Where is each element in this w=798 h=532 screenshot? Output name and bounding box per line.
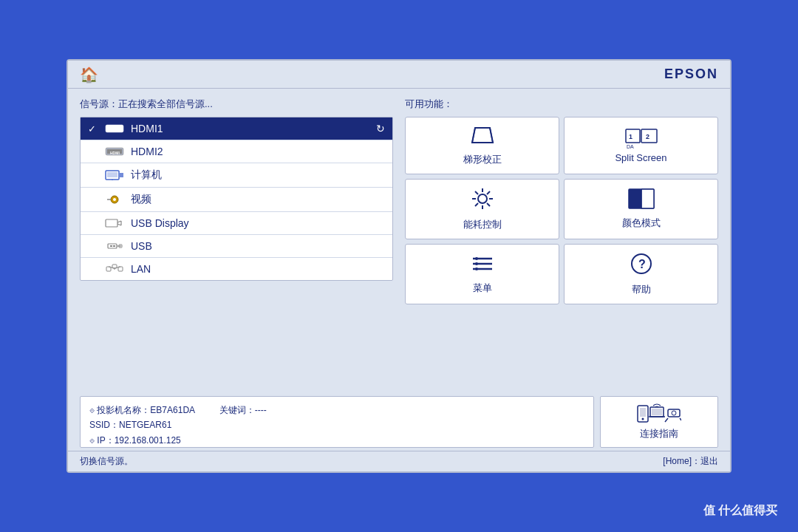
ssid-row: SSID：NETGEAR61 <box>89 417 584 432</box>
power-control-btn[interactable]: 能耗控制 <box>405 179 559 239</box>
projector-name-value: EB7A61DA <box>150 405 194 415</box>
usb-display-icon <box>104 218 125 228</box>
svg-point-38 <box>478 194 487 203</box>
color-mode-btn[interactable]: 颜色模式 <box>564 179 718 239</box>
help-label: 帮助 <box>632 283 651 296</box>
color-mode-icon <box>628 188 655 214</box>
svg-rect-33 <box>626 129 640 143</box>
signal-item-lan[interactable]: LAN <box>81 258 392 280</box>
brand-logo: EPSON <box>664 66 718 82</box>
trapezoid-label: 梯形校正 <box>463 153 502 166</box>
svg-text:HDMI: HDMI <box>110 128 120 132</box>
svg-rect-21 <box>113 245 115 247</box>
hdmi1-label: HDMI1 <box>131 123 370 134</box>
svg-point-55 <box>475 257 478 260</box>
svg-line-43 <box>475 191 478 194</box>
svg-point-62 <box>642 418 644 420</box>
help-icon: ? <box>630 252 653 280</box>
svg-text:1: 1 <box>629 133 632 140</box>
svg-line-45 <box>487 191 490 194</box>
svg-line-44 <box>487 203 490 206</box>
svg-line-68 <box>665 418 668 422</box>
menu-btn[interactable]: 菜单 <box>405 244 559 304</box>
status-right-text: [Home]：退出 <box>663 455 718 468</box>
home-icon[interactable]: 🏠 <box>80 66 98 83</box>
signal-item-usb[interactable]: USB <box>81 235 392 258</box>
status-bar: 切换信号源。 [Home]：退出 <box>68 451 730 471</box>
svg-rect-49 <box>641 189 654 208</box>
features-title: 可用功能： <box>405 98 718 111</box>
svg-rect-7 <box>107 172 117 177</box>
connect-guide-btn[interactable]: 连接指南 <box>600 396 718 448</box>
header: 🏠 EPSON <box>68 61 730 89</box>
projector-name-row: ⟐ 投影机名称：EB7A61DA 关键词：---- <box>89 403 584 417</box>
ssid-value: NETGEAR61 <box>119 420 171 430</box>
signal-source-title: 信号源：正在搜索全部信号源... <box>80 98 393 111</box>
svg-point-67 <box>672 411 676 415</box>
signal-item-usb-display[interactable]: USB Display <box>81 212 392 235</box>
connect-icons <box>637 403 681 424</box>
sun-icon <box>471 187 494 215</box>
ip-label: ⟐ IP： <box>89 435 115 446</box>
computer-icon <box>104 170 125 180</box>
projector-name-label: ⟐ 投影机名称： <box>89 405 150 415</box>
lan-icon <box>104 264 125 274</box>
keyword-value: ---- <box>255 405 267 415</box>
svg-line-32 <box>490 128 493 143</box>
svg-point-57 <box>475 267 478 270</box>
main-content: 信号源：正在搜索全部信号源... ✓ HDMI HDMI1 ↻ <box>68 89 730 366</box>
hdmi2-label: HDMI2 <box>131 146 385 157</box>
svg-rect-15 <box>106 219 117 227</box>
svg-line-16 <box>117 221 121 222</box>
svg-text:DA: DA <box>627 144 634 149</box>
features-grid: 梯形校正 1 2 DA Split Screen <box>405 117 718 304</box>
usb-label: USB <box>131 240 385 252</box>
menu-label: 菜单 <box>473 282 492 295</box>
svg-line-31 <box>472 128 475 143</box>
svg-point-56 <box>475 262 478 265</box>
svg-text:HDMI: HDMI <box>110 151 120 155</box>
computer-label: 计算机 <box>131 168 385 182</box>
usb-display-label: USB Display <box>131 217 385 229</box>
hdmi1-icon: HDMI <box>104 123 125 134</box>
watermark: 值 什么值得买 <box>703 503 777 519</box>
video-label: 视频 <box>131 193 385 206</box>
svg-line-27 <box>109 267 115 268</box>
video-icon <box>104 194 125 205</box>
ip-value: 192.168.001.125 <box>115 435 181 446</box>
signal-item-computer[interactable]: 计算机 <box>81 163 392 188</box>
trapezoid-btn[interactable]: 梯形校正 <box>405 117 559 174</box>
svg-line-46 <box>475 203 478 206</box>
svg-line-69 <box>680 418 681 422</box>
projector-ui: 🏠 EPSON 信号源：正在搜索全部信号源... ✓ HDMI <box>66 59 732 473</box>
svg-text:?: ? <box>638 258 646 270</box>
svg-text:2: 2 <box>646 133 649 140</box>
menu-icon <box>470 253 495 279</box>
lan-label: LAN <box>131 263 385 275</box>
signal-list: ✓ HDMI HDMI1 ↻ <box>80 117 393 281</box>
svg-rect-61 <box>640 408 646 417</box>
signal-item-video[interactable]: 视频 <box>81 188 392 212</box>
right-panel: 可用功能： 梯形校正 <box>405 98 718 358</box>
ip-row: ⟐ IP：192.168.001.125 <box>89 433 584 448</box>
svg-rect-20 <box>110 245 112 247</box>
hdmi1-arrow: ↻ <box>376 123 385 134</box>
network-info: ⟐ 投影机名称：EB7A61DA 关键词：---- SSID：NETGEAR61… <box>80 396 594 448</box>
power-control-label: 能耗控制 <box>463 218 502 231</box>
svg-point-13 <box>113 198 116 201</box>
svg-line-17 <box>117 224 121 225</box>
status-left-text: 切换信号源。 <box>80 455 133 468</box>
split-screen-label: Split Screen <box>615 152 666 163</box>
hdmi2-icon: HDMI <box>104 146 125 157</box>
usb-icon <box>104 241 125 251</box>
bottom-bar: ⟐ 投影机名称：EB7A61DA 关键词：---- SSID：NETGEAR61… <box>80 396 718 448</box>
signal-item-hdmi2[interactable]: HDMI HDMI2 <box>81 140 392 163</box>
split-screen-icon: 1 2 DA <box>625 129 658 152</box>
check-icon: ✓ <box>88 123 98 134</box>
trapezoid-icon <box>468 125 497 150</box>
keyword-label: 关键词： <box>219 405 255 415</box>
signal-item-hdmi1[interactable]: ✓ HDMI HDMI1 ↻ <box>81 117 392 140</box>
help-btn[interactable]: ? 帮助 <box>564 244 718 304</box>
split-screen-btn[interactable]: 1 2 DA Split Screen <box>564 117 718 174</box>
left-panel: 信号源：正在搜索全部信号源... ✓ HDMI HDMI1 ↻ <box>80 98 393 358</box>
